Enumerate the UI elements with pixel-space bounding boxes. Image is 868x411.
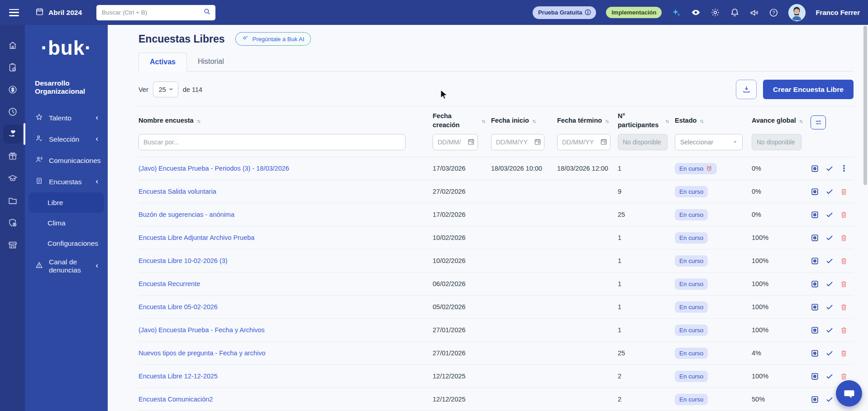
survey-name-link[interactable]: Encuesta Recurrente [138,280,200,287]
create-survey-button[interactable]: Crear Encuesta Libre [763,80,854,99]
survey-name-link[interactable]: Encuesta Libre 12-12-2025 [138,373,218,380]
marketplace-store-icon[interactable] [8,240,18,250]
check-icon[interactable] [825,349,834,357]
survey-name-link[interactable]: Nuevos tipos de pregunta - Fecha y archi… [138,349,265,357]
survey-name-link[interactable]: (Javo) Encuesta Prueba - Fecha y Archivo… [138,326,265,334]
search-icon[interactable] [203,8,211,17]
sort-icon[interactable]: ↑↓ [799,118,802,124]
chat-launcher-button[interactable] [836,380,862,406]
delete-trash-icon[interactable] [840,234,848,242]
check-icon[interactable] [825,210,834,219]
preview-icon[interactable] [811,349,819,358]
sidebar-item-comunicaciones[interactable]: Comunicaciones [25,150,108,171]
survey-name-link[interactable]: Encuesta Comunicación2 [138,396,213,403]
sort-icon[interactable]: ↑↓ [665,118,668,124]
check-icon[interactable] [825,234,834,242]
delete-trash-icon[interactable] [840,280,848,288]
benefits-gift-icon[interactable] [8,151,18,161]
documents-folder-icon[interactable] [8,196,18,206]
delete-trash-icon[interactable] [840,373,848,380]
tab-historial[interactable]: Historial [187,53,235,71]
filter-fecha-termino-input[interactable] [557,134,610,150]
kebab-menu-icon[interactable]: ⋮ [840,164,848,172]
check-icon[interactable] [825,280,834,288]
survey-name-link[interactable]: (Javo) Encuesta Prueba - Periodos (3) - … [138,165,289,172]
survey-name-link[interactable]: Buzón de sugerencias - anónima [138,211,234,218]
security-shield-icon[interactable] [8,218,18,228]
filter-fecha-creacion[interactable] [433,134,478,150]
per-page-select[interactable]: 25 [153,81,178,97]
settings-gear-icon[interactable] [711,8,720,17]
filter-fecha-termino[interactable] [557,134,610,150]
preview-icon[interactable] [811,187,819,196]
delete-trash-icon[interactable] [840,188,848,196]
preview-icon[interactable] [811,234,819,242]
column-settings-button[interactable] [811,115,826,129]
payroll-coin-icon[interactable]: $ [8,85,18,95]
survey-name-link[interactable]: Encuesta Salida voluntaria [138,188,216,195]
delete-trash-icon[interactable] [840,326,848,334]
download-button[interactable] [736,80,757,99]
user-avatar[interactable] [788,4,806,21]
delete-trash-icon[interactable] [840,257,848,265]
filter-estado-select[interactable]: Seleccionar [675,134,743,150]
check-icon[interactable] [825,257,834,265]
sidebar-subitem-clima[interactable]: Clima [25,213,108,233]
sidebar-item-seleccion[interactable]: Selección [25,129,108,150]
global-search-input[interactable] [102,9,203,16]
sidebar-item-encuestas[interactable]: Encuestas [25,171,108,192]
training-cap-icon[interactable] [8,173,18,183]
vertical-scrollbar[interactable] [863,26,867,408]
sort-icon[interactable]: ↑↓ [605,118,608,124]
sort-icon[interactable]: ↑↓ [197,118,200,124]
preview-icon[interactable] [811,395,819,404]
ask-buk-ai-button[interactable]: Pregúntale a Buk AI [235,32,311,46]
tab-activas[interactable]: Activas [138,53,187,72]
help-icon[interactable]: ? [769,8,778,17]
filter-fecha-inicio[interactable] [491,134,544,150]
sidebar-subitem-configuraciones[interactable]: Configuraciones [25,233,108,253]
check-icon[interactable] [825,372,834,380]
delete-trash-icon[interactable] [840,349,848,357]
filter-fecha-creacion-input[interactable] [433,134,478,150]
sidebar-subitem-libre[interactable]: Libre [29,192,104,213]
time-clock-icon[interactable] [8,107,18,117]
filter-name-input[interactable] [138,134,405,150]
check-icon[interactable] [825,395,834,403]
survey-name-link[interactable]: Encuesta Libre Adjuntar Archivo Prueba [138,234,254,241]
sidebar-item-canal-denuncias[interactable]: Canal de denuncias [25,255,108,277]
home-icon[interactable] [8,40,18,50]
period-selector[interactable]: Abril 2024 [35,7,82,18]
scrollbar-thumb[interactable] [863,26,867,185]
preview-icon[interactable] [811,372,819,381]
preview-icon[interactable] [811,164,819,173]
preview-icon[interactable] [811,326,819,335]
implementation-badge[interactable]: Implementación [606,7,662,18]
survey-name-link[interactable]: Encuesta Libre 05-02-2026 [138,303,218,311]
sort-icon[interactable]: ↑↓ [700,118,703,124]
delete-trash-icon[interactable] [840,211,848,219]
rail-item-desarrollo-active[interactable] [3,124,22,143]
hamburger-menu-icon[interactable] [9,9,19,16]
check-icon[interactable] [825,326,834,334]
preview-mode-icon[interactable] [691,8,701,17]
user-name[interactable]: Franco Ferrer [816,9,860,16]
preview-icon[interactable] [811,280,819,288]
check-icon[interactable] [825,164,834,172]
sidebar-item-talento[interactable]: Talento [25,107,108,129]
preview-icon[interactable] [811,257,819,265]
sort-icon[interactable]: ↑↓ [482,118,485,124]
check-icon[interactable] [825,303,834,311]
preview-icon[interactable] [811,303,819,311]
survey-name-link[interactable]: Encuesta Libre 10-02-2026 (3) [138,257,228,264]
preview-icon[interactable] [811,210,819,219]
delete-trash-icon[interactable] [840,303,848,311]
ai-sparkle-icon[interactable] [672,8,681,17]
filter-fecha-inicio-input[interactable] [491,134,544,150]
tasks-clipboard-icon[interactable] [8,62,18,72]
sort-icon[interactable]: ↑↓ [532,118,535,124]
notifications-bell-icon[interactable] [730,8,739,17]
global-search[interactable] [96,5,215,20]
trial-badge[interactable]: Prueba Gratuitaⓘ [533,6,596,19]
check-icon[interactable] [825,187,834,196]
